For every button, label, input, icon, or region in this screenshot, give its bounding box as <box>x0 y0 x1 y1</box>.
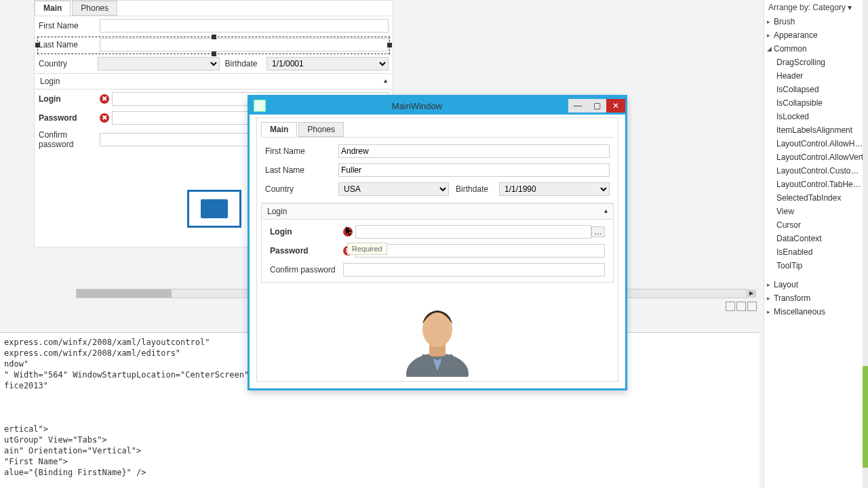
close-button[interactable]: ✕ <box>606 99 625 113</box>
prop-item[interactable]: ToolTip <box>764 259 868 272</box>
window-title: MainWindow <box>266 101 568 111</box>
run-login-label: Login <box>270 227 343 237</box>
view-mode-switcher <box>726 302 757 311</box>
prop-category-brush[interactable]: ▸Brush <box>764 15 868 28</box>
run-login-group: Login ▴ Login ✖ … Password ✖ Requi <box>261 203 614 283</box>
login-group-title: Login <box>40 77 60 86</box>
properties-scroll-thumb[interactable] <box>863 366 868 468</box>
window-titlebar[interactable]: MainWindow — ▢ ✕ <box>250 97 625 115</box>
avatar-image <box>397 296 478 377</box>
window-content: Main Phones First Name Last Name Country… <box>256 117 618 382</box>
prop-item[interactable]: DragScrolling <box>764 56 868 69</box>
chevron-up-icon[interactable]: ▴ <box>604 207 608 216</box>
prop-item[interactable]: DataContext <box>764 232 868 245</box>
image-placeholder[interactable] <box>187 190 241 228</box>
run-login-input[interactable] <box>355 225 591 239</box>
prop-item[interactable]: LayoutControl.AllowVerti <box>764 150 868 164</box>
error-icon: ✖ <box>343 227 353 237</box>
view-mode-xaml-icon[interactable] <box>747 302 757 311</box>
field-first-name[interactable]: First Name <box>35 16 393 35</box>
run-login-group-title: Login <box>267 207 287 216</box>
password-label: Password <box>39 113 100 123</box>
prop-category-common[interactable]: ◢Common <box>764 42 868 56</box>
run-tabstrip: Main Phones <box>261 122 614 138</box>
run-tab-phones[interactable]: Phones <box>298 122 344 137</box>
prop-item[interactable]: ItemLabelsAlignment <box>764 123 868 137</box>
scroll-right-arrow[interactable]: ▶ <box>747 289 756 298</box>
country-label: Country <box>39 59 98 68</box>
last-name-label: Last Name <box>39 40 100 49</box>
prop-item[interactable]: Header <box>764 69 868 83</box>
run-confirm-password-label: Confirm password <box>270 265 343 274</box>
view-mode-split-icon[interactable] <box>736 302 746 311</box>
run-login-group-header[interactable]: Login ▴ <box>262 203 613 220</box>
properties-scrollbar[interactable] <box>863 0 868 488</box>
login-group-header[interactable]: Login ▴ <box>35 73 393 89</box>
last-name-input[interactable] <box>100 38 389 52</box>
run-tab-main[interactable]: Main <box>261 122 297 137</box>
confirm-password-label: Confirm password <box>39 130 100 149</box>
login-label: Login <box>39 94 100 104</box>
properties-panel: Arrange by: Category ▾ ▸Brush▸Appearance… <box>764 0 868 488</box>
prop-category-appearance[interactable]: ▸Appearance <box>764 28 868 42</box>
error-icon: ✖ <box>100 113 109 123</box>
prop-category-transform[interactable]: ▸Transform <box>764 291 868 305</box>
prop-item[interactable]: IsCollapsible <box>764 96 868 110</box>
run-country-label: Country <box>265 184 338 194</box>
required-tooltip: Required <box>347 243 387 255</box>
prop-category-miscellaneous[interactable]: ▸Miscellaneous <box>764 305 868 319</box>
prop-item[interactable]: SelectedTabIndex <box>764 191 868 205</box>
run-last-name-input[interactable] <box>338 163 610 177</box>
run-birthdate-select[interactable]: 1/1/1990 <box>499 182 610 196</box>
run-password-label: Password <box>270 246 343 256</box>
prop-item[interactable]: IsLocked <box>764 110 868 123</box>
run-password-input[interactable] <box>355 244 605 258</box>
prop-item[interactable]: LayoutControl.TabHeade <box>764 178 868 191</box>
main-window: MainWindow — ▢ ✕ Main Phones First Name … <box>248 95 627 390</box>
field-last-name[interactable]: Last Name <box>35 35 393 54</box>
scroll-thumb[interactable] <box>77 289 172 298</box>
tab-main[interactable]: Main <box>35 1 71 16</box>
ellipsis-button[interactable]: … <box>591 226 605 237</box>
prop-item[interactable]: Cursor <box>764 218 868 232</box>
maximize-button[interactable]: ▢ <box>587 99 606 113</box>
first-name-label: First Name <box>39 21 100 30</box>
birthdate-select[interactable]: 1/1/0001 <box>267 57 389 70</box>
run-birthdate-label: Birthdate <box>456 184 499 194</box>
country-select[interactable] <box>98 57 220 70</box>
designer-tabstrip: Main Phones <box>35 1 393 16</box>
run-last-name-label: Last Name <box>265 165 338 175</box>
tab-phones[interactable]: Phones <box>72 1 117 16</box>
prop-category-layout[interactable]: ▸Layout <box>764 278 868 291</box>
run-confirm-password-input[interactable] <box>343 263 605 277</box>
system-icon[interactable] <box>254 100 266 112</box>
first-name-input[interactable] <box>100 19 389 33</box>
properties-arrange-header[interactable]: Arrange by: Category ▾ <box>764 0 868 15</box>
minimize-button[interactable]: — <box>568 99 587 113</box>
prop-item[interactable]: View <box>764 205 868 218</box>
view-mode-design-icon[interactable] <box>726 302 735 311</box>
run-country-select[interactable]: USA <box>338 182 449 196</box>
prop-item[interactable]: IsCollapsed <box>764 83 868 96</box>
prop-item[interactable]: IsEnabled <box>764 245 868 259</box>
run-first-name-input[interactable] <box>338 144 610 158</box>
error-icon: ✖ <box>100 94 109 104</box>
run-first-name-label: First Name <box>265 146 338 156</box>
prop-item[interactable]: LayoutControl.AllowHoriz <box>764 137 868 150</box>
birthdate-label: Birthdate <box>225 59 267 68</box>
properties-body: ▸Brush▸Appearance◢CommonDragScrollingHea… <box>764 15 868 319</box>
prop-item[interactable]: LayoutControl.Customiza <box>764 164 868 178</box>
chevron-up-icon[interactable]: ▴ <box>384 77 387 86</box>
